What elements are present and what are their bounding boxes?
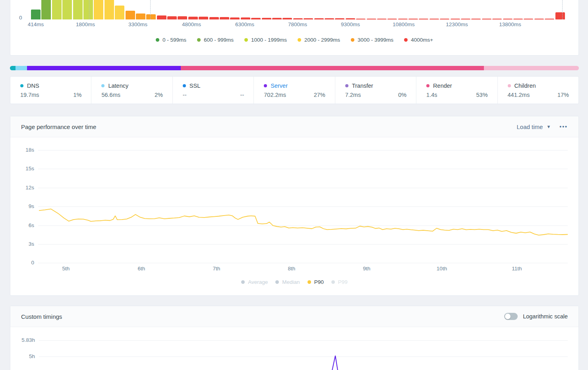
histogram-bar[interactable] xyxy=(377,19,387,19)
histogram-bar[interactable] xyxy=(534,19,544,19)
histogram-bar[interactable] xyxy=(73,0,83,19)
histogram-bar[interactable] xyxy=(304,18,313,19)
histogram-bar[interactable] xyxy=(545,19,554,19)
histogram-bar[interactable] xyxy=(230,17,240,19)
histogram-bar[interactable] xyxy=(387,19,397,19)
histogram-bar[interactable] xyxy=(513,19,523,19)
histogram-legend-dot-icon xyxy=(244,38,248,42)
histogram-legend-label: 1000 - 1999ms xyxy=(251,37,287,43)
performance-legend-label: P90 xyxy=(314,279,324,285)
metric-values: 702.2ms27% xyxy=(264,92,325,98)
histogram-bar[interactable] xyxy=(83,0,93,19)
timing-segment-server[interactable] xyxy=(27,66,181,70)
metric-values: ---- xyxy=(183,92,244,98)
histogram-x-tick: 9300ms xyxy=(341,21,360,27)
metric-values: 441.2ms17% xyxy=(508,92,569,98)
histogram-bar[interactable] xyxy=(52,0,62,19)
histogram-bar[interactable] xyxy=(325,18,334,19)
histogram-bar[interactable] xyxy=(115,6,124,19)
metric-card-children[interactable]: Children441.2ms17% xyxy=(498,77,578,104)
performance-legend-item[interactable]: P90 xyxy=(308,279,324,285)
histogram-bar[interactable] xyxy=(209,17,219,19)
metric-card-transfer[interactable]: Transfer7.2ms0% xyxy=(335,77,416,104)
metric-card-server[interactable]: Server702.2ms27% xyxy=(254,77,335,104)
histogram-bar[interactable] xyxy=(419,19,428,19)
histogram-bar[interactable] xyxy=(126,11,135,19)
histogram-bar[interactable] xyxy=(503,19,513,19)
metric-card-dns[interactable]: DNS19.7ms1% xyxy=(10,77,91,104)
histogram-bar[interactable] xyxy=(314,18,324,19)
histogram-bar[interactable] xyxy=(31,10,41,19)
histogram-bar[interactable] xyxy=(461,19,470,19)
histogram-bar[interactable] xyxy=(62,0,72,19)
histogram-bar[interactable] xyxy=(94,0,103,19)
timing-segment-children[interactable] xyxy=(484,66,579,70)
histogram-bar[interactable] xyxy=(272,18,282,19)
histogram-legend-dot-icon xyxy=(156,38,159,42)
histogram-bar[interactable] xyxy=(282,18,292,19)
histogram-bar[interactable] xyxy=(429,19,439,19)
histogram-x-tick: 12300ms xyxy=(446,21,468,27)
perf-x-tick: 8th xyxy=(288,266,296,272)
metric-name: Latency xyxy=(108,83,128,89)
histogram-bar[interactable] xyxy=(471,19,481,19)
metric-card-render[interactable]: Render1.4s53% xyxy=(416,77,497,104)
histogram-legend-label: 600 - 999ms xyxy=(204,37,234,43)
histogram-bar[interactable] xyxy=(199,17,208,19)
histogram-bar[interactable] xyxy=(524,19,533,19)
histogram-bar[interactable] xyxy=(367,19,376,19)
histogram-bar[interactable] xyxy=(482,19,491,19)
page-performance-header: Page performance over time Load time ▼ •… xyxy=(10,116,578,137)
histogram-bar[interactable] xyxy=(188,17,198,19)
histogram-legend-item[interactable]: 4000ms+ xyxy=(404,37,433,43)
histogram-bar[interactable] xyxy=(262,18,271,19)
histogram-bar[interactable] xyxy=(41,0,51,19)
more-menu-icon[interactable]: ••• xyxy=(559,123,568,130)
metric-name: Server xyxy=(271,83,288,89)
histogram-bar[interactable] xyxy=(241,17,250,19)
logarithmic-scale-toggle[interactable] xyxy=(504,313,518,320)
percentile-marker-line xyxy=(89,0,89,19)
histogram-legend-label: 0 - 599ms xyxy=(162,37,186,43)
histogram-legend-item[interactable]: 2000 - 2999ms xyxy=(298,37,340,43)
histogram-bar[interactable] xyxy=(293,18,303,19)
histogram-bar[interactable] xyxy=(440,19,449,19)
histogram-legend-item[interactable]: 3000 - 3999ms xyxy=(351,37,393,43)
metric-card-ssl[interactable]: SSL---- xyxy=(173,77,254,104)
timing-segment-latency[interactable] xyxy=(15,66,27,70)
timing-segment-render[interactable] xyxy=(181,66,484,70)
p90-line-chart xyxy=(38,150,569,263)
histogram-x-tick: 10800ms xyxy=(393,21,415,27)
histogram-bar[interactable] xyxy=(335,18,344,19)
histogram-bar[interactable] xyxy=(346,18,355,19)
histogram-bar[interactable] xyxy=(408,19,418,19)
performance-legend-item[interactable]: Average xyxy=(241,279,268,285)
metric-value: 56.6ms xyxy=(101,92,120,98)
histogram-bar[interactable] xyxy=(251,18,261,19)
histogram-bar[interactable] xyxy=(136,13,145,19)
histogram-legend-item[interactable]: 600 - 999ms xyxy=(197,37,234,43)
histogram-bar[interactable] xyxy=(178,16,187,19)
histogram-bar[interactable] xyxy=(167,16,177,19)
timing-segment-dns[interactable] xyxy=(10,66,15,70)
histogram-bar[interactable] xyxy=(451,19,460,19)
performance-legend-item[interactable]: P99 xyxy=(331,279,348,285)
perf-gridline xyxy=(38,263,568,263)
metric-values: 19.7ms1% xyxy=(20,92,81,98)
histogram-bar[interactable] xyxy=(157,15,166,19)
performance-legend-item[interactable]: Median xyxy=(275,279,300,285)
histogram-bar[interactable] xyxy=(492,19,502,19)
histogram-legend-item[interactable]: 1000 - 1999ms xyxy=(244,37,287,43)
metric-percent: -- xyxy=(240,92,244,98)
histogram-bar[interactable] xyxy=(356,19,366,19)
histogram-legend-item[interactable]: 0 - 599ms xyxy=(156,37,186,43)
metric-dropdown[interactable]: Load time ▼ xyxy=(517,123,551,130)
histogram-bar[interactable] xyxy=(146,14,156,19)
histogram-bar[interactable] xyxy=(555,12,565,19)
metric-card-latency[interactable]: Latency56.6ms2% xyxy=(91,77,172,104)
histogram-bar[interactable] xyxy=(398,19,408,19)
histogram-x-tick: 414ms xyxy=(28,21,44,27)
histogram-bar[interactable] xyxy=(104,0,114,19)
metric-percent: 17% xyxy=(557,92,569,98)
histogram-bar[interactable] xyxy=(220,17,229,19)
